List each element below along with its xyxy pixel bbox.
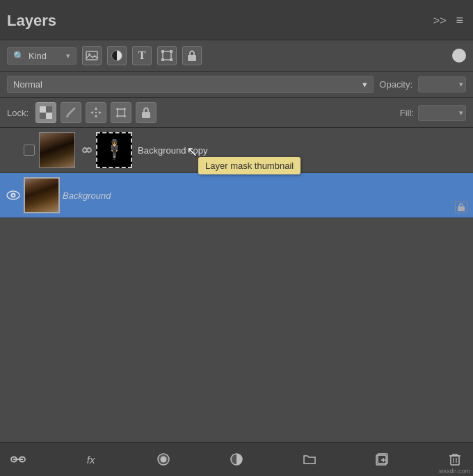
link-chain-svg	[81, 144, 93, 156]
layers-panel: Layers >> ≡ 🔍 Kind ▾ T	[0, 0, 473, 476]
visibility-eye[interactable]	[6, 188, 21, 203]
fx-button[interactable]: fx	[80, 448, 102, 470]
lock-artboard-button[interactable]	[111, 102, 131, 123]
svg-rect-18	[118, 109, 125, 116]
lock-row: Lock:	[0, 98, 473, 128]
expand-button[interactable]: >>	[431, 12, 449, 30]
filter-adjustment-icon[interactable]	[107, 46, 127, 65]
svg-rect-10	[46, 106, 52, 113]
opacity-label: Opacity:	[379, 79, 412, 90]
blend-mode-value: Normal	[13, 79, 42, 90]
svg-point-34	[13, 195, 15, 197]
tooltip-text: Layer mask thumbnail	[205, 161, 294, 171]
layer-item[interactable]: Background	[0, 173, 473, 218]
filter-transform-icon[interactable]	[157, 46, 177, 65]
fx-label: fx	[87, 454, 95, 466]
svg-marker-14	[95, 115, 97, 118]
layer-thumbnail	[39, 132, 75, 168]
lock-all-button[interactable]	[136, 102, 157, 123]
mask-content: 🕴	[97, 133, 131, 167]
svg-rect-6	[170, 58, 173, 61]
svg-point-12	[66, 115, 69, 117]
layer-checkbox[interactable]	[24, 145, 35, 156]
new-fill-adjustment-button[interactable]	[152, 448, 175, 470]
empty-layer-area	[0, 218, 473, 288]
new-layer-button[interactable]	[371, 448, 393, 470]
mask-thumbnail: 🕴	[96, 132, 132, 168]
link-icon-svg	[10, 454, 26, 465]
svg-rect-9	[46, 113, 52, 119]
kind-dropdown[interactable]: 🔍 Kind ▾	[7, 47, 77, 65]
layer-name: Background	[63, 190, 467, 201]
lock-move-button[interactable]	[86, 102, 106, 123]
svg-marker-13	[95, 107, 97, 110]
watermark: wsxdn.com	[439, 468, 470, 475]
trash-icon-svg	[449, 453, 461, 466]
artboard-icon-svg	[115, 106, 127, 119]
panel-title: Layers	[7, 12, 56, 30]
filter-image-icon[interactable]	[82, 46, 102, 65]
opacity-dropdown-arrow[interactable]: ▾	[457, 78, 465, 91]
eye-icon-svg	[6, 190, 20, 200]
filter-text-icon[interactable]: T	[132, 46, 152, 65]
kind-label: Kind	[29, 51, 47, 61]
svg-rect-3	[161, 50, 164, 53]
svg-rect-27	[142, 112, 150, 118]
opacity-input[interactable]: 100%	[419, 77, 457, 92]
fill-label: Fill:	[400, 108, 414, 118]
fill-input[interactable]: 100%	[419, 106, 457, 120]
bottom-toolbar: fx	[0, 442, 473, 476]
svg-rect-45	[451, 456, 459, 465]
svg-point-39	[161, 457, 167, 463]
move-icon-svg	[90, 106, 102, 119]
half-circle-adjustment-svg	[230, 453, 243, 466]
layer-thumbnail-bg	[24, 177, 60, 213]
svg-rect-17	[95, 112, 97, 113]
folder-icon-svg	[303, 453, 316, 466]
city-image	[40, 133, 74, 167]
svg-rect-8	[40, 106, 46, 113]
brush-icon-svg	[65, 106, 77, 119]
lock-paint-button[interactable]	[61, 102, 81, 123]
search-icon: 🔍	[13, 51, 24, 61]
blend-mode-row: Normal ▾ Opacity: 100% ▾	[0, 72, 473, 98]
visibility-placeholder	[6, 142, 21, 158]
city-image-bg	[25, 179, 58, 212]
half-circle	[111, 50, 122, 61]
new-adjustment-layer-button[interactable]	[225, 448, 248, 470]
lock-all-icon-svg	[140, 106, 152, 119]
mask-figure: 🕴	[102, 140, 127, 160]
layer-name: Background copy	[138, 145, 467, 156]
svg-marker-15	[90, 111, 93, 114]
blend-mode-dropdown[interactable]: Normal ▾	[7, 76, 374, 93]
image-icon-svg	[86, 49, 98, 62]
tooltip-wrapper: Layer mask thumbnail	[198, 157, 300, 174]
locked-badge	[455, 201, 467, 213]
svg-marker-16	[99, 111, 102, 114]
svg-rect-7	[188, 55, 196, 61]
filter-toggle[interactable]	[452, 49, 466, 63]
layers-list: 🕴 ↖ Background copy Layer mask thumbnail	[0, 128, 473, 442]
new-layer-icon-svg	[376, 453, 388, 466]
checkerboard-icon-svg	[40, 106, 52, 119]
panel-header: Layers >> ≡	[0, 0, 473, 40]
svg-rect-11	[40, 113, 46, 119]
tooltip-box: Layer mask thumbnail	[198, 157, 300, 174]
new-group-button[interactable]	[298, 448, 321, 470]
filter-lock-icon[interactable]	[182, 46, 202, 65]
layer-item[interactable]: 🕴 ↖ Background copy Layer mask thumbnail	[0, 128, 473, 173]
svg-rect-0	[86, 51, 97, 60]
lock-icon-svg	[186, 49, 198, 62]
panel-menu-button[interactable]: ≡	[453, 10, 466, 31]
circle-fill-svg	[157, 453, 170, 466]
layer-link-icon[interactable]	[80, 143, 94, 157]
lock-pixels-button[interactable]	[35, 102, 56, 123]
header-controls: >> ≡	[431, 10, 466, 31]
fill-dropdown-arrow[interactable]: ▾	[457, 106, 465, 120]
blend-dropdown-arrow: ▾	[362, 79, 367, 90]
kind-dropdown-arrow: ▾	[66, 51, 70, 60]
text-t-label: T	[138, 49, 146, 62]
lock-label: Lock:	[7, 108, 29, 118]
link-layers-button[interactable]	[7, 448, 29, 470]
fill-control: 100% ▾	[418, 105, 466, 121]
